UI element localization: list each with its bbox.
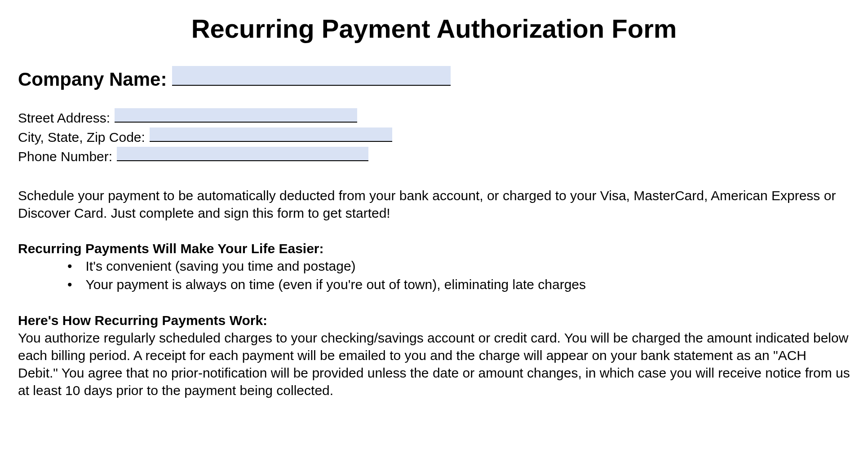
company-name-label: Company Name: [18, 69, 167, 90]
street-address-label: Street Address: [18, 110, 110, 126]
form-title: Recurring Payment Authorization Form [18, 13, 850, 44]
city-state-zip-field[interactable] [150, 127, 392, 142]
street-address-row: Street Address: [18, 108, 850, 126]
address-block: Street Address: City, State, Zip Code: P… [18, 108, 850, 164]
phone-number-field[interactable] [117, 147, 368, 161]
list-item: It's convenient (saving you time and pos… [67, 257, 850, 276]
benefits-list: It's convenient (saving you time and pos… [18, 257, 850, 294]
how-it-works-section: Here's How Recurring Payments Work: You … [18, 312, 850, 399]
how-it-works-body: You authorize regularly scheduled charge… [18, 329, 850, 399]
how-it-works-heading: Here's How Recurring Payments Work: [18, 312, 850, 329]
phone-number-row: Phone Number: [18, 147, 850, 164]
list-item: Your payment is always on time (even if … [67, 276, 850, 294]
benefits-heading: Recurring Payments Will Make Your Life E… [18, 240, 850, 257]
phone-number-label: Phone Number: [18, 149, 112, 164]
company-name-row: Company Name: [18, 66, 850, 90]
benefits-section: Recurring Payments Will Make Your Life E… [18, 240, 850, 294]
city-state-zip-row: City, State, Zip Code: [18, 127, 850, 145]
intro-paragraph: Schedule your payment to be automaticall… [18, 187, 850, 222]
company-name-field[interactable] [172, 66, 451, 86]
city-state-zip-label: City, State, Zip Code: [18, 130, 145, 145]
street-address-field[interactable] [115, 108, 357, 123]
